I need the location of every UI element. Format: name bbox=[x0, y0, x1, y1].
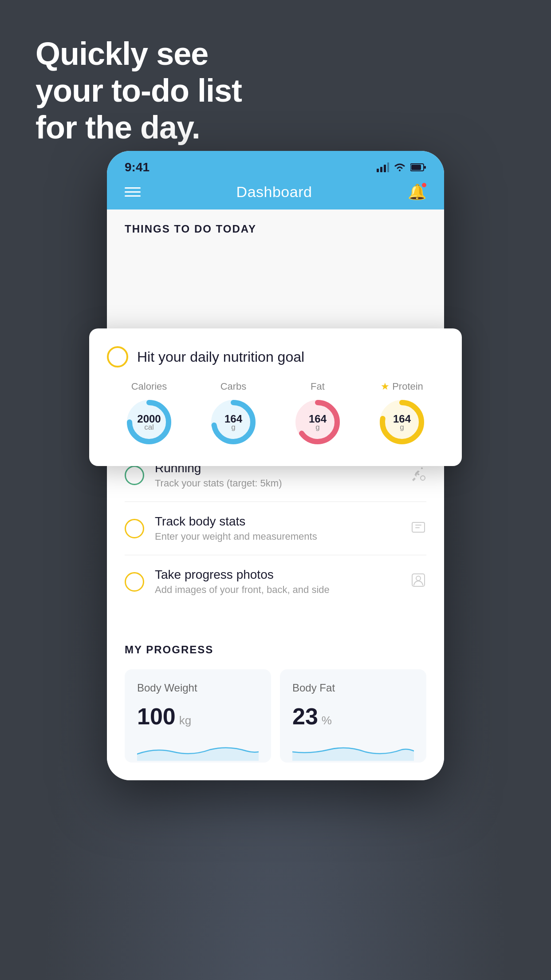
floating-nutrition-card: Hit your daily nutrition goal Calories 2… bbox=[89, 328, 462, 466]
body-fat-chart bbox=[292, 739, 414, 761]
status-icons bbox=[377, 162, 426, 172]
todo-text-body-stats: Track body stats Enter your weight and m… bbox=[155, 514, 400, 542]
battery-icon bbox=[410, 163, 426, 172]
fat-label: Fat bbox=[311, 381, 325, 392]
svg-text:g: g bbox=[400, 423, 404, 431]
svg-text:cal: cal bbox=[144, 423, 154, 431]
things-section: THINGS TO DO TODAY bbox=[107, 209, 444, 244]
signal-icon bbox=[377, 162, 389, 172]
hamburger-button[interactable] bbox=[125, 187, 141, 197]
calories-ring: 2000 cal bbox=[125, 398, 173, 447]
protein-star-icon: ★ bbox=[381, 381, 390, 392]
progress-header: MY PROGRESS bbox=[125, 644, 426, 656]
progress-cards: Body Weight 100 kg Body Fat 23 % bbox=[125, 669, 426, 763]
check-circle-body-stats bbox=[125, 519, 144, 538]
todo-title-body-stats: Track body stats bbox=[155, 514, 400, 529]
body-weight-title: Body Weight bbox=[137, 682, 259, 694]
body-fat-value: 23 bbox=[292, 703, 318, 730]
status-time: 9:41 bbox=[125, 160, 150, 174]
progress-section: MY PROGRESS Body Weight 100 kg Body Fat … bbox=[107, 626, 444, 780]
todo-title-progress-photos: Take progress photos bbox=[155, 568, 400, 582]
wifi-icon bbox=[394, 162, 406, 172]
body-fat-value-row: 23 % bbox=[292, 703, 414, 730]
hero-text: Quickly see your to-do list for the day. bbox=[35, 36, 242, 146]
body-weight-card[interactable]: Body Weight 100 kg bbox=[125, 669, 271, 763]
todo-subtitle-running: Track your stats (target: 5km) bbox=[155, 478, 400, 489]
hero-line-1: Quickly see bbox=[35, 36, 242, 72]
running-icon bbox=[410, 466, 426, 485]
ring-protein: ★ Protein 164 g bbox=[378, 381, 426, 447]
person-icon bbox=[410, 572, 426, 592]
hero-line-3: for the day. bbox=[35, 109, 242, 146]
todo-item-body-stats[interactable]: Track body stats Enter your weight and m… bbox=[125, 502, 426, 555]
body-fat-title: Body Fat bbox=[292, 682, 414, 694]
card-title-row: Hit your daily nutrition goal bbox=[107, 346, 444, 368]
todo-subtitle-body-stats: Enter your weight and measurements bbox=[155, 531, 400, 542]
check-circle-running bbox=[125, 466, 144, 485]
todo-list: Running Track your stats (target: 5km) T… bbox=[107, 448, 444, 608]
scale-icon bbox=[410, 519, 426, 538]
svg-point-7 bbox=[421, 476, 425, 480]
things-section-header: THINGS TO DO TODAY bbox=[125, 223, 426, 235]
ring-fat: Fat 164 g bbox=[293, 381, 342, 447]
ring-calories: Calories 2000 cal bbox=[125, 381, 173, 447]
svg-rect-6 bbox=[424, 166, 426, 169]
svg-rect-0 bbox=[377, 169, 379, 172]
todo-text-progress-photos: Take progress photos Add images of your … bbox=[155, 568, 400, 596]
svg-rect-3 bbox=[387, 162, 389, 172]
svg-text:g: g bbox=[231, 423, 235, 431]
body-fat-unit: % bbox=[322, 714, 332, 727]
body-weight-unit: kg bbox=[179, 714, 191, 727]
ring-carbs: Carbs 164 g bbox=[209, 381, 258, 447]
notification-bell-button[interactable]: 🔔 bbox=[408, 183, 426, 201]
body-fat-card[interactable]: Body Fat 23 % bbox=[280, 669, 426, 763]
mid-spacer bbox=[107, 608, 444, 626]
nav-bar: Dashboard 🔔 bbox=[107, 176, 444, 209]
svg-text:g: g bbox=[315, 423, 319, 431]
todo-item-progress-photos[interactable]: Take progress photos Add images of your … bbox=[125, 555, 426, 608]
nutrition-rings: Calories 2000 cal Carbs 164 g Fat bbox=[107, 381, 444, 447]
fat-ring: 164 g bbox=[293, 398, 342, 447]
protein-label: ★ Protein bbox=[381, 381, 423, 392]
carbs-label: Carbs bbox=[220, 381, 247, 392]
nutrition-goal-title: Hit your daily nutrition goal bbox=[137, 349, 304, 365]
body-weight-value: 100 bbox=[137, 703, 176, 730]
carbs-ring: 164 g bbox=[209, 398, 258, 447]
calories-label: Calories bbox=[131, 381, 167, 392]
hero-line-2: your to-do list bbox=[35, 72, 242, 109]
nav-title: Dashboard bbox=[236, 183, 312, 201]
todo-subtitle-progress-photos: Add images of your front, back, and side bbox=[155, 584, 400, 596]
svg-rect-2 bbox=[384, 165, 386, 172]
nutrition-goal-check-circle bbox=[107, 346, 128, 368]
status-bar: 9:41 bbox=[107, 151, 444, 176]
body-weight-chart bbox=[137, 739, 259, 761]
notification-dot bbox=[421, 182, 427, 188]
svg-rect-1 bbox=[380, 167, 382, 172]
svg-rect-5 bbox=[411, 165, 421, 170]
svg-point-10 bbox=[416, 576, 421, 581]
body-weight-value-row: 100 kg bbox=[137, 703, 259, 730]
check-circle-progress-photos bbox=[125, 572, 144, 592]
protein-ring: 164 g bbox=[378, 398, 426, 447]
